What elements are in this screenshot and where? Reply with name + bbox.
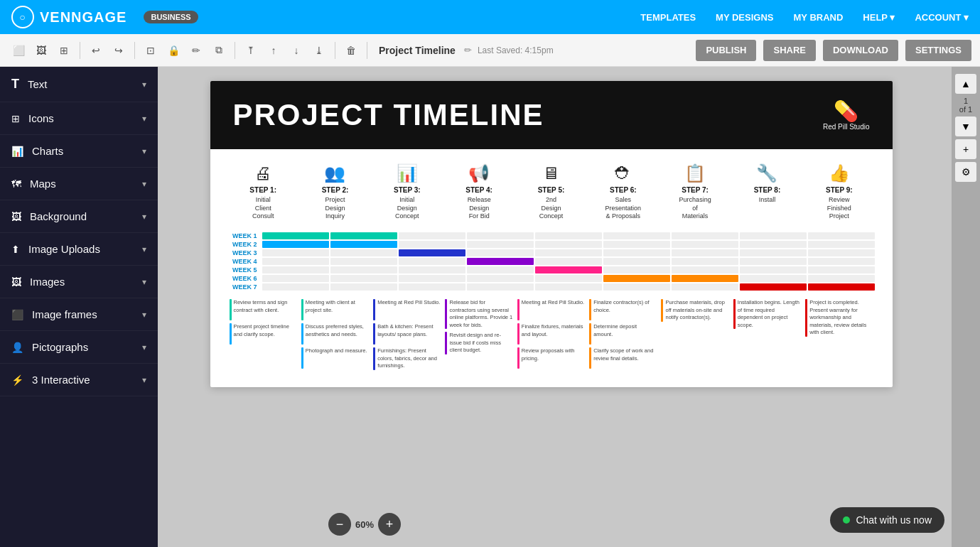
chat-widget[interactable]: Chat with us now — [830, 507, 944, 533]
sidebar-item-background[interactable]: 🖼 Background ▾ — [0, 200, 158, 233]
toolbar-edit-title[interactable]: ✏ — [464, 45, 472, 55]
week7-label: WEEK 7 — [227, 283, 262, 291]
chevron-icon-image-uploads: ▾ — [142, 244, 146, 254]
chevron-icon-background: ▾ — [142, 212, 146, 222]
nav-my-brand[interactable]: MY BRAND — [794, 12, 844, 23]
week2-label: WEEK 2 — [227, 241, 262, 248]
note3-text2: Bath & kitchen: Present layouts/ space p… — [377, 323, 441, 345]
w5c9 — [808, 266, 875, 274]
sidebar-item-maps[interactable]: 🗺 Maps ▾ — [0, 168, 158, 200]
sidebar-item-interactive[interactable]: ⚡ 3 Interactive ▾ — [0, 364, 158, 396]
toolbar-table[interactable]: ⊞ — [54, 40, 74, 60]
step-col-6: ⛑ STEP 6: SalesPresentation& Proposals — [587, 163, 659, 221]
toolbar-new[interactable]: ⬜ — [9, 40, 28, 60]
note3-bar2 — [373, 323, 375, 345]
note5-bullet2: Finalize fixtures, materials and layout. — [517, 323, 585, 345]
note7-bullet1: Purchase materials, drop off materials o… — [661, 299, 728, 322]
timeline-body: 🖨 STEP 1: InitialClientConsult 👥 STEP 2:… — [210, 149, 893, 387]
toolbar-image[interactable]: 🖼 — [31, 40, 51, 60]
toolbar-move-up[interactable]: ↑ — [264, 40, 284, 60]
zoom-in-btn[interactable]: + — [378, 513, 401, 536]
toolbar-undo[interactable]: ↩ — [86, 40, 106, 60]
page-down-btn[interactable]: ▼ — [955, 117, 976, 136]
w1c1 — [262, 232, 329, 239]
note9-text1: Project is completed. Present warranty f… — [809, 299, 873, 337]
note3-text1: Meeting at Red Pill Studio. — [377, 299, 440, 320]
toolbar-saved: Last Saved: 4:15pm — [478, 45, 554, 55]
page-up-btn[interactable]: ▲ — [955, 74, 976, 94]
w1c8 — [740, 232, 807, 239]
nav-templates[interactable]: TEMPLATES — [640, 12, 696, 23]
w3c5 — [535, 249, 602, 256]
week-row-2: WEEK 2 — [227, 241, 876, 248]
w6c8 — [740, 275, 807, 282]
step4-name: ReleaseDesignFor Bid — [468, 196, 491, 221]
timeline-title: PROJECT TIMELINE — [233, 98, 544, 132]
nav-help[interactable]: HELP ▾ — [863, 12, 895, 23]
step1-label: STEP 1: — [249, 186, 276, 195]
note6-bullet3: Clarify scope of work and review final d… — [589, 347, 657, 369]
sidebar-item-text[interactable]: T Text ▾ — [0, 67, 158, 102]
w5c6 — [603, 266, 670, 274]
zoom-out-btn[interactable]: − — [328, 513, 351, 536]
step-col-7: 📋 STEP 7: PurchasingofMaterials — [659, 163, 731, 221]
canvas-area[interactable]: PROJECT TIMELINE 💊 Red Pill Studio 🖨 STE… — [158, 67, 980, 547]
toolbar-delete[interactable]: 🗑 — [341, 40, 361, 60]
step4-icon: 📢 — [468, 163, 490, 183]
w1c4 — [467, 232, 534, 239]
toolbar-move-top[interactable]: ⤒ — [241, 40, 261, 60]
w6c1 — [262, 275, 329, 282]
nav-my-designs[interactable]: MY DESIGNS — [716, 12, 773, 23]
notes-col-3: Meeting at Red Pill Studio. Bath & kitch… — [371, 299, 443, 373]
week5-label: WEEK 5 — [227, 266, 262, 274]
toolbar-move-down[interactable]: ↓ — [286, 40, 306, 60]
publish-button[interactable]: PUBLISH — [696, 40, 756, 61]
note9-bullet1: Project is completed. Present warranty f… — [805, 299, 873, 337]
sidebar-item-images[interactable]: 🖼 Images ▾ — [0, 266, 158, 298]
toolbar-redo[interactable]: ↪ — [109, 40, 129, 60]
step2-name: ProjectDesignInquiry — [325, 196, 345, 221]
page-add-btn[interactable]: + — [955, 139, 976, 159]
nav-account[interactable]: ACCOUNT ▾ — [915, 12, 969, 23]
notes-col-9: Project is completed. Present warranty f… — [803, 299, 875, 373]
brand-name: VENNGAGE — [40, 9, 126, 26]
sidebar-label-image-uploads: Image Uploads — [28, 243, 100, 255]
w6c7 — [672, 275, 738, 282]
share-button[interactable]: SHARE — [763, 40, 816, 61]
timeline-canvas: PROJECT TIMELINE 💊 Red Pill Studio 🖨 STE… — [210, 81, 893, 387]
sidebar: T Text ▾ ⊞ Icons ▾ 📊 Charts ▾ 🗺 Maps ▾ — [0, 67, 158, 547]
sidebar-item-image-uploads[interactable]: ⬆ Image Uploads ▾ — [0, 233, 158, 266]
sidebar-item-icons[interactable]: ⊞ Icons ▾ — [0, 102, 158, 135]
toolbar-move-bottom[interactable]: ⤓ — [309, 40, 329, 60]
note2-text2: Discuss preferred styles, aesthetics and… — [306, 323, 369, 345]
toolbar-copy[interactable]: ⧉ — [209, 40, 229, 60]
w2c5 — [535, 241, 602, 248]
sidebar-item-charts[interactable]: 📊 Charts ▾ — [0, 135, 158, 168]
note6-bar1 — [589, 299, 591, 320]
download-button[interactable]: DOWNLOAD — [823, 40, 898, 61]
steps-row: 🖨 STEP 1: InitialClientConsult 👥 STEP 2:… — [227, 163, 876, 221]
sidebar-item-image-frames[interactable]: ⬛ Image frames ▾ — [0, 298, 158, 331]
toolbar-edit[interactable]: ✏ — [186, 40, 206, 60]
step-col-1: 🖨 STEP 1: InitialClientConsult — [227, 163, 299, 221]
notes-col-6: Finalize contractor(s) of choice. Determ… — [587, 299, 659, 373]
brand-logo: ○ VENNGAGE — [11, 6, 126, 28]
sidebar-label-charts: Charts — [32, 145, 63, 157]
toolbar-crop[interactable]: ⊡ — [141, 40, 161, 60]
settings-button[interactable]: SETTINGS — [905, 40, 971, 61]
chevron-icon-icons: ▾ — [142, 114, 146, 124]
toolbar-lock[interactable]: 🔒 — [163, 40, 183, 60]
page-settings-btn[interactable]: ⚙ — [955, 162, 976, 182]
step6-icon: ⛑ — [615, 163, 632, 183]
week-row-1: WEEK 1 — [227, 232, 876, 239]
note2-bullet2: Discuss preferred styles, aesthetics and… — [301, 323, 369, 345]
step-col-2: 👥 STEP 2: ProjectDesignInquiry — [299, 163, 371, 221]
note2-text1: Meeting with client at project site. — [306, 299, 369, 320]
step7-icon: 📋 — [684, 163, 706, 183]
w6c6 — [603, 275, 670, 282]
text-icon: T — [11, 77, 19, 92]
note4-text2: Revisit design and re-issue bid if costs… — [449, 332, 512, 354]
step2-label: STEP 2: — [322, 186, 349, 195]
sidebar-item-pictographs[interactable]: 👤 Pictographs ▾ — [0, 331, 158, 364]
maps-icon: 🗺 — [11, 178, 21, 190]
